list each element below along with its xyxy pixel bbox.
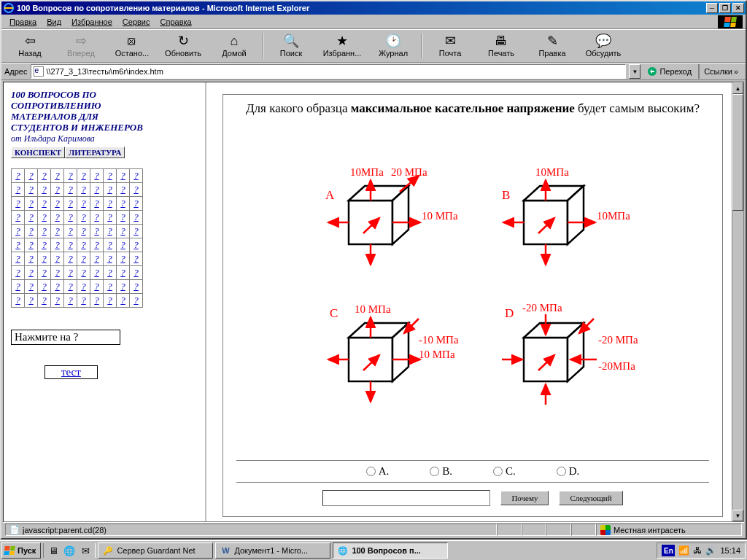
- tb-mail[interactable]: ✉Почта: [425, 31, 476, 61]
- question-cell[interactable]: ?: [51, 168, 64, 182]
- question-cell[interactable]: ?: [90, 238, 104, 252]
- answer-b[interactable]: B.: [430, 465, 452, 478]
- question-cell[interactable]: ?: [90, 265, 104, 279]
- question-cell[interactable]: ?: [51, 265, 64, 279]
- scroll-thumb[interactable]: [732, 94, 743, 211]
- task-word[interactable]: WДокумент1 - Micro...: [215, 542, 330, 559]
- conspect-button[interactable]: КОНСПЕКТ: [11, 147, 65, 158]
- question-cell[interactable]: ?: [104, 196, 117, 210]
- tb-back[interactable]: ⇦Назад: [4, 31, 55, 61]
- question-cell[interactable]: ?: [25, 210, 38, 224]
- question-cell[interactable]: ?: [38, 168, 51, 182]
- question-cell[interactable]: ?: [117, 265, 130, 279]
- question-cell[interactable]: ?: [104, 210, 117, 224]
- question-cell[interactable]: ?: [38, 210, 51, 224]
- question-cell[interactable]: ?: [90, 196, 104, 210]
- menu-view[interactable]: Вид: [42, 16, 66, 28]
- task-ie[interactable]: 🌐100 Вопросов п...: [333, 542, 448, 559]
- question-cell[interactable]: ?: [12, 210, 25, 224]
- question-cell[interactable]: ?: [25, 279, 38, 293]
- question-cell[interactable]: ?: [130, 168, 143, 182]
- links-button[interactable]: Ссылки: [698, 64, 743, 79]
- question-cell[interactable]: ?: [51, 279, 64, 293]
- task-guardant[interactable]: 🔑Сервер Guardant Net: [98, 542, 213, 559]
- question-cell[interactable]: ?: [104, 182, 117, 196]
- minimize-button[interactable]: ─: [706, 3, 718, 13]
- question-cell[interactable]: ?: [12, 168, 25, 182]
- tb-refresh[interactable]: ↻Обновить: [158, 31, 209, 61]
- tb-favorites[interactable]: ★Избранн...: [317, 31, 368, 61]
- scroll-up-button[interactable]: ▲: [732, 82, 743, 94]
- start-button[interactable]: Пуск: [1, 542, 41, 559]
- question-cell[interactable]: ?: [130, 182, 143, 196]
- question-cell[interactable]: ?: [77, 265, 90, 279]
- question-cell[interactable]: ?: [117, 279, 130, 293]
- question-cell[interactable]: ?: [104, 293, 117, 307]
- tb-edit[interactable]: ✎Правка: [527, 31, 578, 61]
- address-input[interactable]: \\277_3_13\тесты\m6r\index.htm: [31, 64, 627, 79]
- question-cell[interactable]: ?: [25, 182, 38, 196]
- question-cell[interactable]: ?: [38, 252, 51, 265]
- tb-search[interactable]: 🔍Поиск: [266, 31, 317, 61]
- ql-ie-icon[interactable]: 🌐: [62, 543, 77, 558]
- vertical-scrollbar[interactable]: ▲ ▼: [732, 82, 743, 521]
- menu-edit[interactable]: Правка: [4, 16, 42, 28]
- question-cell[interactable]: ?: [64, 182, 77, 196]
- question-cell[interactable]: ?: [64, 293, 77, 307]
- question-cell[interactable]: ?: [38, 182, 51, 196]
- question-cell[interactable]: ?: [64, 224, 77, 238]
- question-cell[interactable]: ?: [104, 279, 117, 293]
- question-cell[interactable]: ?: [77, 210, 90, 224]
- ql-desktop-icon[interactable]: 🖥: [46, 543, 61, 558]
- tb-history[interactable]: 🕑Журнал: [368, 31, 419, 61]
- question-cell[interactable]: ?: [104, 252, 117, 265]
- question-cell[interactable]: ?: [25, 168, 38, 182]
- question-cell[interactable]: ?: [12, 182, 25, 196]
- question-cell[interactable]: ?: [117, 210, 130, 224]
- question-cell[interactable]: ?: [104, 224, 117, 238]
- question-cell[interactable]: ?: [51, 196, 64, 210]
- question-cell[interactable]: ?: [12, 196, 25, 210]
- question-cell[interactable]: ?: [104, 238, 117, 252]
- question-cell[interactable]: ?: [77, 182, 90, 196]
- menu-help[interactable]: Справка: [155, 16, 197, 28]
- tb-home[interactable]: ⌂Домой: [209, 31, 260, 61]
- question-cell[interactable]: ?: [64, 238, 77, 252]
- question-cell[interactable]: ?: [130, 196, 143, 210]
- question-cell[interactable]: ?: [12, 279, 25, 293]
- question-cell[interactable]: ?: [90, 279, 104, 293]
- question-cell[interactable]: ?: [77, 168, 90, 182]
- clock[interactable]: 15:14: [720, 546, 740, 555]
- restore-button[interactable]: ❐: [719, 3, 731, 13]
- question-cell[interactable]: ?: [25, 224, 38, 238]
- answer-field[interactable]: [322, 490, 490, 506]
- question-cell[interactable]: ?: [117, 293, 130, 307]
- question-cell[interactable]: ?: [90, 293, 104, 307]
- question-cell[interactable]: ?: [77, 252, 90, 265]
- question-cell[interactable]: ?: [64, 210, 77, 224]
- question-cell[interactable]: ?: [77, 196, 90, 210]
- question-cell[interactable]: ?: [25, 238, 38, 252]
- lang-indicator[interactable]: En: [662, 545, 675, 556]
- question-cell[interactable]: ?: [51, 182, 64, 196]
- question-cell[interactable]: ?: [117, 168, 130, 182]
- question-cell[interactable]: ?: [77, 224, 90, 238]
- question-cell[interactable]: ?: [12, 265, 25, 279]
- question-cell[interactable]: ?: [130, 210, 143, 224]
- tray-icon-2[interactable]: 🖧: [693, 545, 702, 556]
- menu-favorites[interactable]: Избранное: [66, 16, 117, 28]
- question-cell[interactable]: ?: [90, 224, 104, 238]
- question-cell[interactable]: ?: [117, 224, 130, 238]
- question-cell[interactable]: ?: [104, 168, 117, 182]
- question-cell[interactable]: ?: [77, 238, 90, 252]
- question-cell[interactable]: ?: [38, 279, 51, 293]
- tb-print[interactable]: 🖶Печать: [476, 31, 527, 61]
- question-cell[interactable]: ?: [117, 252, 130, 265]
- question-cell[interactable]: ?: [104, 265, 117, 279]
- question-cell[interactable]: ?: [38, 196, 51, 210]
- question-cell[interactable]: ?: [90, 168, 104, 182]
- question-cell[interactable]: ?: [38, 224, 51, 238]
- tray-volume-icon[interactable]: 🔊: [705, 545, 716, 556]
- question-cell[interactable]: ?: [64, 265, 77, 279]
- question-cell[interactable]: ?: [130, 238, 143, 252]
